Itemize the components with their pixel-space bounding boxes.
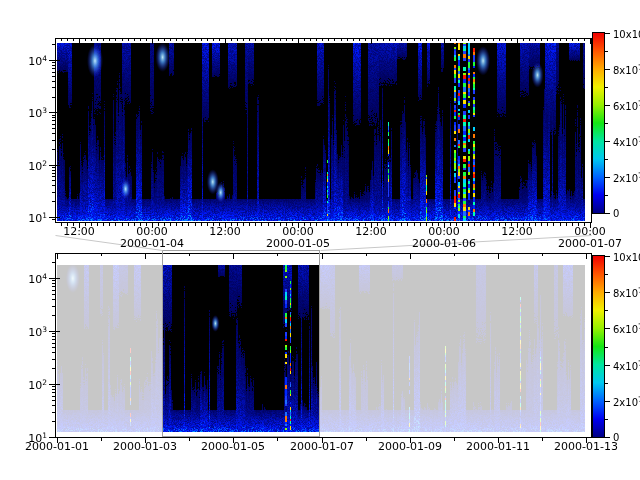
colorbar-context-tick-label: 4x107 (613, 358, 640, 372)
colorbar-detail-tick-label: 8x107 (613, 62, 640, 76)
detail-y-tick-label: 102 (28, 157, 47, 172)
plot-window: 12:0000:0012:0000:0012:0000:0012:0000:00… (0, 0, 640, 480)
colorbar-context-tick-label: 8x107 (613, 285, 640, 299)
context-x-tick-label: 2000-01-01 (25, 441, 89, 453)
colorbar-detail-tick-label: 10x107 (613, 26, 640, 40)
colorbar-detail-tick-label: 2x107 (613, 170, 640, 184)
context-y-tick-label: 103 (28, 324, 47, 339)
detail-x-tick-label: 12:00 (355, 226, 387, 238)
colorbar-context-tick-label: 6x107 (613, 321, 640, 335)
detail-x-tick-label: 12:00 (209, 226, 241, 238)
context-y-tick-label: 101 (28, 430, 47, 445)
colorbar-context (592, 255, 605, 438)
detail-x-tick-label: 00:00 (574, 226, 606, 238)
context-x-tick-label: 2000-01-13 (554, 441, 618, 453)
context-x-tick-label: 2000-01-07 (290, 441, 354, 453)
colorbar-detail-tick-label: 6x107 (613, 98, 640, 112)
detail-x-tick-label: 00:00 (136, 226, 168, 238)
context-x-tick-label: 2000-01-03 (113, 441, 177, 453)
detail-x-date-label: 2000-01-05 (266, 238, 330, 250)
detail-x-tick-label: 00:00 (428, 226, 460, 238)
colorbar-context-tick-label: 0 (613, 432, 619, 443)
context-dim-overlay-left (57, 265, 162, 432)
detail-spectrogram-canvas[interactable] (57, 43, 585, 221)
context-dim-overlay-right (320, 265, 585, 432)
colorbar-detail-tick-label: 0 (613, 208, 619, 219)
detail-x-tick-label: 12:00 (501, 226, 533, 238)
context-x-tick-label: 2000-01-09 (378, 441, 442, 453)
detail-x-date-label: 2000-01-06 (412, 238, 476, 250)
colorbar-detail (592, 32, 605, 214)
context-x-tick-label: 2000-01-05 (201, 441, 265, 453)
detail-x-date-label: 2000-01-04 (120, 238, 184, 250)
detail-y-tick-label: 104 (28, 53, 47, 68)
detail-x-tick-label: 12:00 (63, 226, 95, 238)
context-y-tick-label: 102 (28, 377, 47, 392)
detail-x-date-label: 2000-01-07 (558, 238, 622, 250)
colorbar-detail-tick-label: 4x107 (613, 134, 640, 148)
context-x-tick-label: 2000-01-11 (466, 441, 530, 453)
detail-x-tick-label: 00:00 (282, 226, 314, 238)
colorbar-context-tick-label: 10x107 (613, 249, 640, 263)
detail-y-tick-label: 103 (28, 105, 47, 120)
colorbar-context-tick-label: 2x107 (613, 394, 640, 408)
detail-y-tick-label: 101 (28, 210, 47, 225)
context-y-tick-label: 104 (28, 271, 47, 286)
